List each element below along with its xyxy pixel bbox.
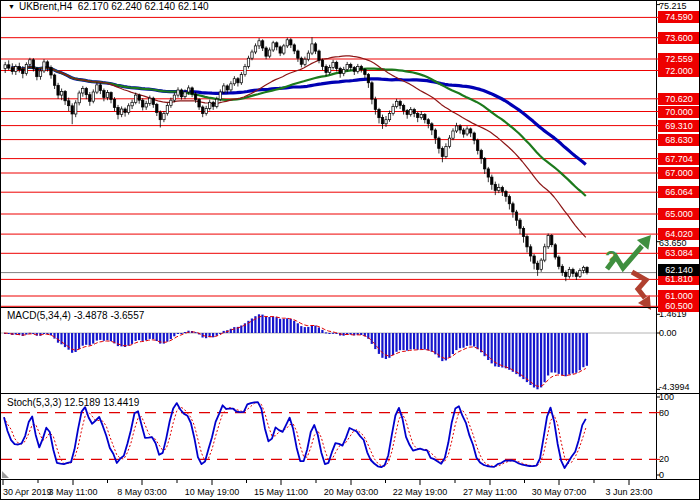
price-level-badge: 70.000: [658, 106, 700, 118]
question-mark-annotation[interactable]: ?: [605, 247, 617, 270]
price-level-badge: 69.310: [658, 120, 700, 132]
candlesticks: [4, 37, 588, 281]
stoch-axis-label: 0: [659, 470, 664, 481]
chart-canvas[interactable]: [1, 1, 700, 500]
symbol-period-label: UKBrent,H4: [19, 1, 72, 12]
stoch-axis-label: 100: [659, 392, 674, 403]
time-axis-label: 10 May 19:00: [185, 487, 240, 497]
panel-resize-grip: [2, 471, 9, 478]
price-level-badge: 74.590: [658, 11, 700, 23]
price-level-badge: 67.000: [658, 167, 700, 179]
price-level-badge: 64.020: [658, 228, 700, 240]
time-axis-label: 30 May 07:00: [532, 487, 587, 497]
time-axis-label: 3 Jun 23:00: [605, 487, 652, 497]
ohlc-quote-label: 62.170 62.240 62.140 62.140: [78, 1, 209, 12]
macd-histogram: [4, 314, 588, 389]
price-level-badge: 67.704: [658, 153, 700, 165]
price-level-badge: 68.630: [658, 134, 700, 146]
current-price-badge: 62.140: [658, 264, 700, 276]
stoch-axis-label: 20: [659, 454, 669, 465]
time-axis-label: 22 May 19:00: [393, 487, 448, 497]
price-level-badge: 72.559: [658, 53, 700, 65]
price-level-badge: 60.500: [658, 300, 700, 312]
time-axis-label: 8 May 03:00: [117, 487, 167, 497]
price-level-badge: 73.600: [658, 32, 700, 44]
down-forecast-arrow: [632, 272, 646, 298]
macd-axis-label: 0.00: [659, 328, 677, 339]
collapse-chart-icon[interactable]: ▼: [8, 3, 15, 10]
time-axis-label: 3 May 11:00: [49, 487, 98, 497]
time-axis-label: 20 May 03:00: [324, 487, 379, 497]
chart-window: ▼UKBrent,H4 62.170 62.240 62.140 62.140 …: [0, 0, 700, 500]
price-level-badge: 70.620: [658, 93, 700, 105]
price-level-badge: 72.000: [658, 65, 700, 77]
stoch-k-line: [4, 402, 586, 468]
price-level-badge: 66.064: [658, 186, 700, 198]
stoch-indicator-label: Stoch(5,3,3) 12.5189 13.4419: [7, 397, 139, 408]
time-axis-label: 15 May 11:00: [254, 487, 308, 497]
time-axis-label: 27 May 11:00: [463, 487, 517, 497]
chart-title-bar: ▼UKBrent,H4 62.170 62.240 62.140 62.140: [1, 1, 699, 13]
time-axis-label: 30 Apr 2019: [3, 487, 52, 497]
price-level-badge: 65.000: [658, 208, 700, 220]
price-level-badge: 63.084: [658, 247, 700, 259]
stoch-axis-label: 80: [659, 408, 669, 419]
macd-indicator-label: MACD(5,34,4) -3.4878 -3.6557: [7, 310, 144, 321]
